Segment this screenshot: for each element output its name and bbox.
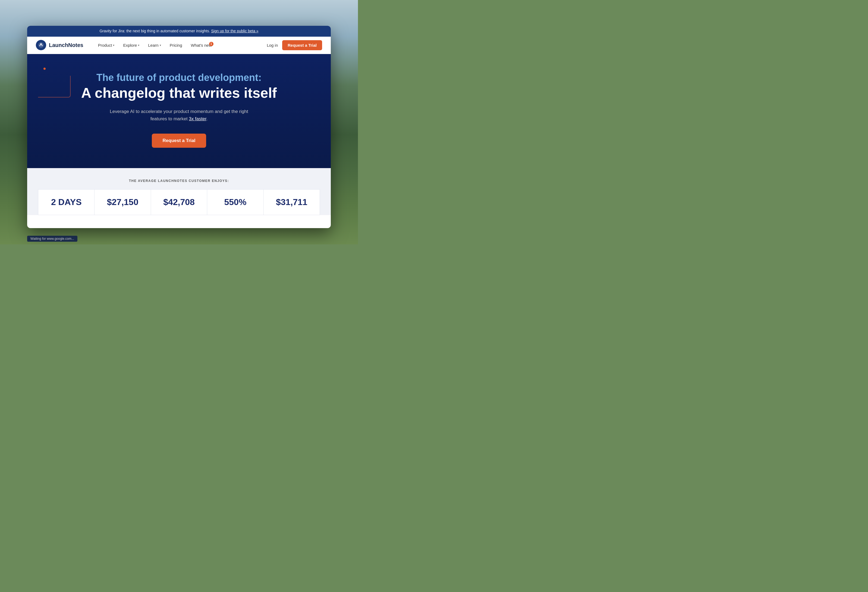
browser-status-bar: Waiting for www.google.com... (27, 236, 77, 242)
stat-value-1: 2 DAYS (44, 197, 89, 207)
decorative-line (38, 76, 71, 97)
hero-description: Leverage AI to accelerate your product m… (108, 108, 249, 123)
announcement-cta[interactable]: Sign up for the public beta » (211, 29, 258, 33)
browser-window: Gravity for Jira: the next big thing in … (27, 26, 331, 228)
stat-value-5: $31,711 (269, 197, 314, 207)
chevron-icon: ▾ (160, 44, 161, 47)
request-trial-button-nav[interactable]: Request a Trial (282, 40, 322, 50)
chevron-icon: ▾ (138, 44, 139, 47)
stat-card-4: 550% (207, 189, 263, 215)
request-trial-button-hero[interactable]: Request a Trial (152, 134, 207, 148)
nav-right: Log in Request a Trial (267, 40, 322, 50)
hero-subtitle: The future of product development: (96, 72, 261, 83)
announcement-bar: Gravity for Jira: the next big thing in … (27, 26, 331, 37)
navbar: LaunchNotes Product ▾ Explore ▾ Learn ▾ … (27, 37, 331, 54)
nav-links: Product ▾ Explore ▾ Learn ▾ Pricing What… (94, 41, 267, 50)
stats-section: THE AVERAGE LAUNCHNOTES CUSTOMER ENJOYS:… (27, 168, 331, 215)
stat-card-2: $27,150 (94, 189, 151, 215)
nav-product[interactable]: Product ▾ (94, 41, 118, 50)
nav-pricing[interactable]: Pricing (166, 41, 186, 50)
stats-label: THE AVERAGE LAUNCHNOTES CUSTOMER ENJOYS: (38, 179, 320, 183)
stat-value-4: 550% (213, 197, 258, 207)
faster-link[interactable]: 3x faster (189, 116, 206, 121)
nav-whats-new[interactable]: What's new 1 (187, 41, 216, 50)
chevron-icon: ▾ (113, 44, 114, 47)
announcement-text: Gravity for Jira: the next big thing in … (99, 29, 210, 33)
svg-point-1 (40, 43, 41, 44)
nav-explore[interactable]: Explore ▾ (119, 41, 143, 50)
logo-text: LaunchNotes (49, 42, 83, 48)
stat-card-3: $42,708 (151, 189, 207, 215)
login-link[interactable]: Log in (267, 43, 278, 47)
stat-card-5: $31,711 (263, 189, 320, 215)
logo-area[interactable]: LaunchNotes (36, 40, 83, 50)
logo-icon (36, 40, 46, 50)
whats-new-badge-container: What's new 1 (190, 43, 211, 47)
stat-value-2: $27,150 (100, 197, 145, 207)
stat-card-1: 2 DAYS (38, 189, 94, 215)
hero-title: A changelog that writes itself (81, 84, 277, 101)
stat-value-3: $42,708 (156, 197, 202, 207)
nav-learn[interactable]: Learn ▾ (144, 41, 165, 50)
hero-section: The future of product development: A cha… (27, 54, 331, 168)
notification-badge: 1 (209, 42, 214, 46)
stats-grid: 2 DAYS $27,150 $42,708 550% $31,711 (38, 189, 320, 215)
